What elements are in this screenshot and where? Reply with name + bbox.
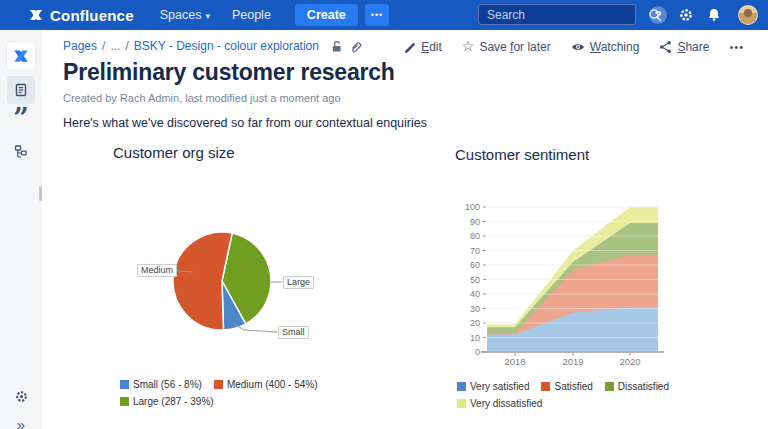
gear-icon <box>678 7 694 23</box>
intro-text: Here's what we've discovered so far from… <box>63 116 427 130</box>
svg-text:2019: 2019 <box>562 356 583 367</box>
legend-item: Very dissatisfied <box>457 398 542 409</box>
legend-swatch <box>605 382 614 391</box>
area-chart: 0102030405060708090100201820192020 <box>455 195 670 370</box>
breadcrumb-pages-link[interactable]: Pages <box>63 39 97 53</box>
save-for-later-button[interactable]: ☆ Save for later <box>462 39 551 55</box>
svg-text:80: 80 <box>470 231 480 241</box>
confluence-window: Confluence Spaces ▾ People Create ••• ? <box>0 0 768 429</box>
legend-swatch <box>457 382 466 391</box>
left-sidebar: ” » <box>0 30 42 429</box>
legend-swatch <box>120 397 129 406</box>
sidebar-confluence-logo[interactable] <box>7 42 35 70</box>
nav-more-button[interactable]: ••• <box>365 4 389 26</box>
breadcrumb-space-link[interactable]: BSKY - Design - colour exploration <box>134 39 319 53</box>
legend-item: Dissatisfied <box>605 381 669 392</box>
svg-text:2018: 2018 <box>504 356 525 367</box>
create-button[interactable]: Create <box>295 4 358 26</box>
page-title: Preliminary customer research <box>63 59 395 86</box>
svg-text:20: 20 <box>470 318 480 328</box>
legend-item: Medium (400 - 54%) <box>214 379 318 390</box>
search-box[interactable] <box>478 4 636 25</box>
eye-icon <box>571 41 585 53</box>
svg-text:2020: 2020 <box>619 356 640 367</box>
paperclip-icon[interactable] <box>349 40 362 53</box>
svg-text:50: 50 <box>470 275 480 285</box>
breadcrumb-separator: / <box>102 39 105 53</box>
sidebar-item-blogs[interactable]: ” <box>7 108 35 136</box>
nav-people-link[interactable]: People <box>232 8 271 22</box>
legend-item: Large (287 - 39%) <box>120 396 214 407</box>
svg-text:70: 70 <box>470 246 480 256</box>
document-icon <box>13 82 29 98</box>
svg-text:60: 60 <box>470 260 480 270</box>
legend-swatch <box>214 380 223 389</box>
legend-item: Very satisfied <box>457 381 529 392</box>
star-icon: ☆ <box>462 38 475 54</box>
page-actions: Edit ☆ Save for later Watching Share ••• <box>403 39 744 55</box>
sidebar-expand-button[interactable]: » <box>7 410 35 429</box>
double-chevron-right-icon: » <box>17 416 25 429</box>
svg-text:100: 100 <box>465 202 480 212</box>
legend-swatch <box>457 399 466 408</box>
svg-text:0: 0 <box>475 347 480 357</box>
top-navbar: Confluence Spaces ▾ People Create ••• ? <box>0 0 768 30</box>
pie-chart-legend: Small (56 - 8%) Medium (400 - 54%) Large… <box>120 376 318 410</box>
confluence-logo-icon <box>28 7 44 23</box>
sidebar-settings[interactable] <box>7 382 35 410</box>
breadcrumb-ellipsis[interactable]: ... <box>110 39 120 53</box>
unlock-icon[interactable] <box>330 40 343 53</box>
breadcrumb-separator: / <box>125 39 128 53</box>
help-button[interactable]: ? <box>649 6 667 24</box>
pie-label-large: Large <box>283 276 314 289</box>
share-button[interactable]: Share <box>659 40 709 54</box>
page-more-button[interactable]: ••• <box>729 41 744 53</box>
share-icon <box>659 40 672 54</box>
legend-swatch <box>541 382 550 391</box>
svg-text:90: 90 <box>470 217 480 227</box>
svg-text:30: 30 <box>470 304 480 314</box>
pie-label-medium: Medium <box>137 264 177 277</box>
sidebar-item-pages[interactable] <box>7 76 35 104</box>
search-input[interactable] <box>479 8 648 22</box>
legend-item: Small (56 - 8%) <box>120 379 202 390</box>
confluence-home-link[interactable]: Confluence <box>28 7 134 24</box>
gear-icon <box>14 389 29 404</box>
sidebar-resize-handle[interactable] <box>39 186 42 201</box>
legend-item: Satisfied <box>541 381 592 392</box>
quote-icon: ” <box>13 114 29 130</box>
area-chart-title: Customer sentiment <box>455 146 589 163</box>
question-icon: ? <box>655 9 662 21</box>
legend-swatch <box>120 380 129 389</box>
pie-chart-title: Customer org size <box>113 144 235 161</box>
tree-icon <box>13 144 29 160</box>
user-avatar[interactable] <box>738 5 758 25</box>
confluence-logo-icon <box>12 47 30 65</box>
area-chart-legend: Very satisfied Satisfied Dissatisfied Ve… <box>457 378 669 412</box>
pie-label-small: Small <box>278 326 309 339</box>
breadcrumb: Pages / ... / BSKY - Design - colour exp… <box>63 39 362 53</box>
nav-spaces-menu[interactable]: Spaces ▾ <box>160 8 210 22</box>
pencil-icon <box>403 41 416 54</box>
svg-text:40: 40 <box>470 289 480 299</box>
notifications-button[interactable] <box>706 7 722 23</box>
app-title: Confluence <box>50 7 134 24</box>
settings-button[interactable] <box>678 7 694 23</box>
bell-icon <box>706 7 722 23</box>
watching-button[interactable]: Watching <box>571 40 640 54</box>
page-byline: Created by Rach Admin, last modified jus… <box>63 92 341 104</box>
svg-text:10: 10 <box>470 333 480 343</box>
chevron-down-icon: ▾ <box>205 11 210 21</box>
edit-button[interactable]: Edit <box>403 40 442 54</box>
sidebar-item-page-tree[interactable] <box>7 138 35 166</box>
